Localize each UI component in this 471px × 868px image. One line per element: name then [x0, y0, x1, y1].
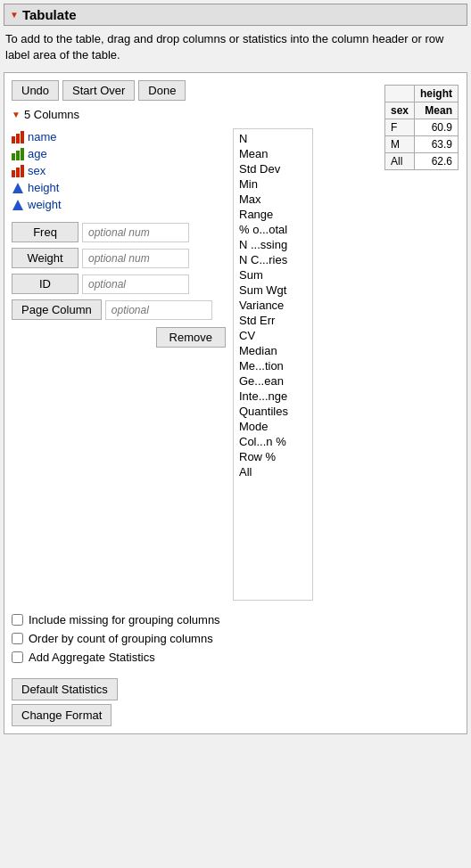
list-item[interactable]: weight — [12, 196, 226, 213]
svg-rect-8 — [21, 165, 24, 177]
remove-button[interactable]: Remove — [156, 327, 226, 348]
stat-inte-nge[interactable]: Inte...nge — [237, 389, 309, 404]
stat-cv[interactable]: CV — [237, 328, 309, 343]
undo-button[interactable]: Undo — [12, 80, 59, 101]
list-item[interactable]: age — [12, 145, 226, 162]
include-missing-checkbox[interactable] — [12, 614, 23, 626]
stat-sum[interactable]: Sum — [237, 267, 309, 283]
add-aggregate-label: Add Aggregate Statistics — [29, 651, 155, 664]
weight-input[interactable] — [82, 249, 189, 268]
add-aggregate-row: Add Aggregate Statistics — [12, 651, 459, 664]
preview-row-m-value: 63.9 — [415, 136, 459, 153]
stat-std-dev[interactable]: Std Dev — [237, 161, 309, 176]
order-by-count-row: Order by count of grouping columns — [12, 632, 459, 645]
include-missing-label: Include missing for grouping columns — [29, 613, 220, 626]
column-weight-label: weight — [28, 198, 62, 211]
checkboxes-area: Include missing for grouping columns Ord… — [12, 610, 459, 673]
page-column-row: Page Column — [12, 299, 226, 320]
freq-button[interactable]: Freq — [12, 222, 78, 242]
weight-row: Weight — [12, 248, 226, 268]
svg-rect-3 — [12, 153, 15, 160]
stat-n[interactable]: N — [237, 131, 309, 146]
stat-std-err[interactable]: Std Err — [237, 313, 309, 328]
id-row: ID — [12, 274, 226, 294]
column-age-label: age — [28, 147, 47, 160]
include-missing-row: Include missing for grouping columns — [12, 613, 459, 626]
svg-marker-10 — [12, 200, 23, 210]
title-bar: ▼ Tabulate — [4, 4, 467, 26]
svg-rect-2 — [21, 131, 24, 143]
preview-row-label-header: sex — [384, 102, 414, 119]
preview-empty-cell — [384, 86, 414, 102]
description-text: To add to the table, drag and drop colum… — [4, 31, 467, 63]
id-input[interactable] — [82, 274, 189, 294]
preview-row-f-label: F — [384, 119, 414, 136]
stat-n-missing[interactable]: N ...ssing — [237, 237, 309, 252]
svg-rect-5 — [21, 148, 24, 160]
freq-row: Freq — [12, 222, 226, 242]
add-aggregate-checkbox[interactable] — [12, 651, 23, 663]
start-over-button[interactable]: Start Over — [62, 80, 135, 101]
stat-min[interactable]: Min — [237, 176, 309, 192]
stat-all[interactable]: All — [237, 464, 309, 479]
svg-rect-0 — [12, 136, 15, 143]
preview-col-header: height — [415, 86, 459, 102]
stat-sum-wgt[interactable]: Sum Wgt — [237, 283, 309, 298]
statistics-list[interactable]: N Mean Std Dev Min Max Range % o...otal … — [233, 128, 313, 601]
stat-n-categories[interactable]: N C...ries — [237, 252, 309, 267]
preview-row-all-label: All — [384, 153, 414, 170]
svg-marker-9 — [12, 183, 23, 193]
column-sex-label: sex — [28, 164, 45, 177]
preview-mean-header: Mean — [415, 102, 459, 119]
default-statistics-button[interactable]: Default Statistics — [12, 678, 118, 700]
stat-mode[interactable]: Mode — [237, 419, 309, 434]
stat-me-tion[interactable]: Me...tion — [237, 358, 309, 373]
weight-button[interactable]: Weight — [12, 248, 78, 268]
blue-triangle-icon — [12, 199, 24, 211]
red-bar-icon — [12, 165, 24, 177]
left-panel: name age — [12, 128, 226, 601]
green-bar-icon — [12, 148, 24, 160]
main-panel: Undo Start Over Done ▼ 5 Columns — [4, 72, 467, 734]
statistics-panel: N Mean Std Dev Min Max Range % o...otal … — [233, 128, 313, 601]
columns-count-label: 5 Columns — [24, 108, 79, 121]
order-by-count-label: Order by count of grouping columns — [29, 632, 213, 645]
red-bar-icon — [12, 131, 24, 143]
stat-median[interactable]: Median — [237, 343, 309, 358]
column-height-label: height — [28, 181, 59, 194]
stat-ge-ean[interactable]: Ge...ean — [237, 373, 309, 389]
preview-row-f-value: 60.9 — [415, 119, 459, 136]
svg-rect-1 — [16, 134, 20, 143]
stat-pct-total[interactable]: % o...otal — [237, 222, 309, 237]
main-container: ▼ Tabulate To add to the table, drag and… — [0, 0, 471, 738]
stat-mean[interactable]: Mean — [237, 146, 309, 161]
columns-dropdown-arrow-icon[interactable]: ▼ — [12, 110, 21, 119]
stat-col-pct[interactable]: Col...n % — [237, 434, 309, 449]
preview-row-m-label: M — [384, 136, 414, 153]
id-button[interactable]: ID — [12, 274, 78, 294]
page-column-button[interactable]: Page Column — [12, 299, 102, 320]
svg-rect-6 — [12, 170, 15, 177]
content-area: name age — [12, 128, 459, 601]
list-item[interactable]: name — [12, 128, 226, 145]
freq-input[interactable] — [82, 223, 189, 242]
list-item[interactable]: sex — [12, 162, 226, 179]
stat-range[interactable]: Range — [237, 207, 309, 222]
title-arrow-icon: ▼ — [10, 10, 19, 20]
stat-max[interactable]: Max — [237, 192, 309, 207]
app-title: Tabulate — [22, 7, 77, 22]
stat-quantiles[interactable]: Quantiles — [237, 404, 309, 419]
stat-variance[interactable]: Variance — [237, 298, 309, 313]
order-by-count-checkbox[interactable] — [12, 633, 23, 644]
list-item[interactable]: height — [12, 179, 226, 196]
svg-rect-4 — [16, 151, 20, 160]
page-column-input[interactable] — [105, 300, 212, 320]
change-format-button[interactable]: Change Format — [12, 704, 112, 726]
preview-table: height sex Mean F 60.9 M 63.9 All 62.6 — [384, 85, 459, 170]
stat-row-pct[interactable]: Row % — [237, 449, 309, 464]
top-section: To add to the table, drag and drop colum… — [4, 31, 467, 63]
bottom-buttons: Default Statistics Change Format — [12, 678, 459, 726]
done-button[interactable]: Done — [138, 80, 186, 101]
svg-rect-7 — [16, 168, 20, 177]
column-name-label: name — [28, 130, 57, 143]
